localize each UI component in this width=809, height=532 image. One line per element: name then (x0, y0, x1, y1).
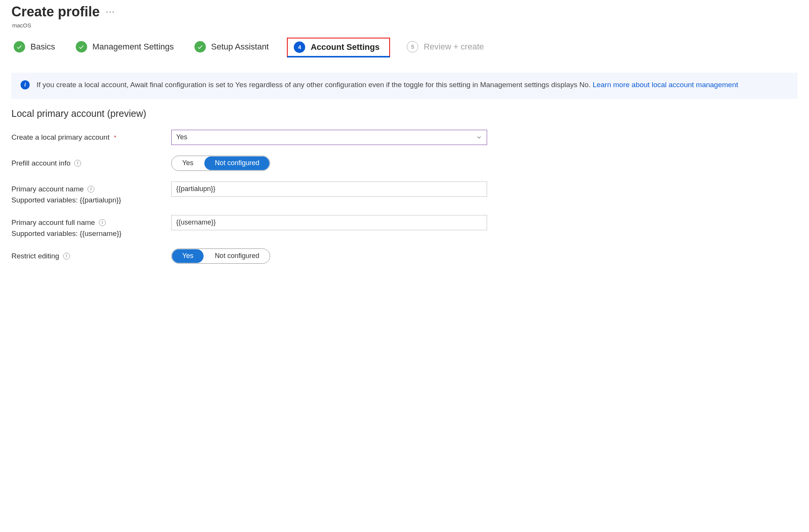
step-label: Setup Assistant (211, 42, 269, 52)
step-label: Account Settings (311, 42, 379, 52)
step-label: Review + create (424, 42, 484, 52)
step-number-badge: 5 (407, 41, 418, 53)
prefill-option-yes[interactable]: Yes (172, 156, 204, 170)
account-name-input[interactable] (171, 182, 487, 197)
chevron-down-icon (476, 134, 482, 140)
create-account-label: Create a local primary account (11, 133, 110, 142)
restrict-label: Restrict editing (11, 252, 59, 260)
step-account-settings[interactable]: 4 Account Settings (287, 38, 390, 57)
check-icon (14, 41, 25, 53)
info-banner: i If you create a local account, Await f… (11, 73, 798, 99)
check-icon (76, 41, 87, 53)
step-label: Management Settings (92, 42, 174, 52)
wizard-steps: Basics Management Settings Setup Assista… (11, 38, 798, 57)
info-icon: i (21, 80, 30, 89)
page-title: Create profile (11, 4, 100, 20)
account-name-label: Primary account name (11, 185, 84, 193)
restrict-option-not-configured[interactable]: Not configured (204, 249, 270, 263)
info-banner-link[interactable]: Learn more about local account managemen… (592, 81, 738, 89)
page-subtitle: macOS (12, 22, 798, 29)
step-label: Basics (30, 42, 55, 52)
full-name-input[interactable] (171, 215, 487, 230)
restrict-toggle[interactable]: Yes Not configured (171, 248, 270, 264)
step-number-badge: 4 (294, 41, 305, 53)
prefill-label: Prefill account info (11, 159, 70, 167)
full-name-helper: Supported variables: {{username}} (11, 229, 121, 237)
create-account-select[interactable]: Yes (171, 130, 487, 145)
step-review-create[interactable]: 5 Review + create (404, 39, 487, 56)
check-icon (194, 41, 206, 53)
tooltip-icon[interactable]: i (88, 186, 94, 193)
info-banner-text: If you create a local account, Await fin… (37, 80, 738, 91)
step-basics[interactable]: Basics (11, 39, 59, 56)
prefill-option-not-configured[interactable]: Not configured (204, 156, 269, 170)
restrict-option-yes[interactable]: Yes (172, 249, 204, 263)
tooltip-icon[interactable]: i (74, 160, 81, 167)
create-account-select-value: Yes (176, 133, 187, 141)
prefill-toggle[interactable]: Yes Not configured (171, 156, 270, 171)
full-name-label: Primary account full name (11, 218, 95, 227)
account-name-helper: Supported variables: {{partialupn}} (11, 196, 121, 204)
step-management-settings[interactable]: Management Settings (73, 39, 178, 56)
section-heading: Local primary account (preview) (11, 108, 798, 119)
page-actions-ellipsis[interactable]: ··· (106, 7, 115, 20)
required-marker: * (114, 134, 116, 140)
tooltip-icon[interactable]: i (63, 253, 70, 260)
step-setup-assistant[interactable]: Setup Assistant (192, 39, 273, 56)
tooltip-icon[interactable]: i (99, 219, 106, 226)
info-banner-text-body: If you create a local account, Await fin… (37, 81, 592, 89)
